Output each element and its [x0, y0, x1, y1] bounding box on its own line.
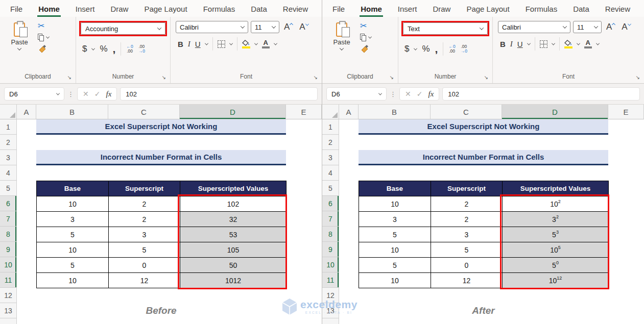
- column-header-d[interactable]: D: [180, 105, 286, 119]
- row-header-1[interactable]: 1: [0, 119, 17, 135]
- fill-color-icon[interactable]: [564, 40, 573, 48]
- font-size-dropdown[interactable]: 11: [251, 21, 279, 33]
- cell-d8[interactable]: 53: [180, 227, 287, 242]
- cell-b7[interactable]: 3: [37, 212, 109, 227]
- font-name-dropdown[interactable]: Calibri: [498, 21, 570, 33]
- bold-button[interactable]: B: [178, 40, 183, 48]
- cut-icon[interactable]: ✂: [38, 22, 44, 30]
- header-superscript[interactable]: Superscript: [109, 181, 180, 196]
- name-box[interactable]: D6: [326, 87, 387, 101]
- cell-c8[interactable]: 3: [431, 227, 503, 242]
- cell-b9[interactable]: 10: [37, 242, 109, 258]
- cell-d7[interactable]: 32: [180, 212, 287, 227]
- tab-file[interactable]: File: [331, 2, 346, 17]
- cell-c6[interactable]: 2: [109, 196, 180, 212]
- copy-button[interactable]: [360, 34, 371, 41]
- cell-d9[interactable]: 105: [180, 242, 287, 258]
- increase-decimal-icon[interactable]: ←0 .00: [126, 44, 133, 54]
- insert-function-icon[interactable]: fx: [106, 90, 111, 98]
- copy-chevron-icon[interactable]: [46, 35, 50, 39]
- percent-style-icon[interactable]: %: [100, 44, 107, 54]
- row-header-3[interactable]: 3: [322, 150, 339, 165]
- font-dialog-launcher-icon[interactable]: ↘: [636, 74, 640, 80]
- font-color-chevron-icon[interactable]: [596, 41, 600, 45]
- row-header-13[interactable]: 13: [0, 303, 17, 318]
- comma-style-icon[interactable]: ,: [435, 45, 438, 53]
- underline-chevron-icon[interactable]: [527, 41, 531, 45]
- format-painter-icon[interactable]: [360, 45, 369, 53]
- header-superscript[interactable]: Superscript: [431, 181, 503, 196]
- tab-file[interactable]: File: [9, 2, 23, 17]
- row-header-9[interactable]: 9: [0, 242, 17, 257]
- row-header-2[interactable]: 2: [322, 135, 339, 150]
- borders-chevron-icon[interactable]: [229, 41, 233, 45]
- column-header-a[interactable]: A: [17, 105, 36, 119]
- cell-b10[interactable]: 5: [37, 258, 109, 273]
- row-header-10[interactable]: 10: [322, 257, 339, 272]
- row-header-7[interactable]: 7: [0, 211, 17, 227]
- header-base[interactable]: Base: [37, 181, 109, 196]
- column-header-d[interactable]: D: [502, 105, 608, 119]
- row-header-11[interactable]: 11: [0, 272, 17, 288]
- row-header-6[interactable]: 6: [322, 196, 339, 211]
- cell-d8[interactable]: 53: [503, 227, 609, 242]
- percent-style-icon[interactable]: %: [422, 44, 430, 54]
- cell-b8[interactable]: 5: [37, 227, 109, 242]
- row-header-3[interactable]: 3: [0, 150, 17, 165]
- underline-chevron-icon[interactable]: [205, 41, 208, 45]
- tab-data[interactable]: Data: [250, 2, 268, 17]
- column-header-a[interactable]: A: [339, 105, 359, 119]
- underline-button[interactable]: U: [195, 40, 201, 48]
- font-name-dropdown[interactable]: Calibri: [176, 21, 248, 33]
- select-all-corner[interactable]: [322, 105, 339, 119]
- number-format-dropdown[interactable]: Accounting: [81, 22, 165, 35]
- cancel-icon[interactable]: ✕: [405, 90, 411, 98]
- header-superscripted-values[interactable]: Superscripted Values: [503, 181, 609, 196]
- tab-formulas[interactable]: Formulas: [524, 2, 559, 17]
- format-painter-icon[interactable]: [38, 45, 47, 53]
- header-superscripted-values[interactable]: Superscripted Values: [180, 181, 287, 196]
- row-header-10[interactable]: 10: [0, 257, 17, 272]
- accounting-format-icon[interactable]: $: [404, 44, 409, 54]
- fill-color-chevron-icon[interactable]: [577, 41, 580, 45]
- fill-color-icon[interactable]: [242, 40, 250, 48]
- cell-b6[interactable]: 10: [359, 196, 431, 212]
- column-header-e[interactable]: E: [608, 105, 644, 119]
- tab-formulas[interactable]: Formulas: [202, 2, 236, 17]
- accounting-chevron-icon[interactable]: [414, 46, 417, 50]
- comma-style-icon[interactable]: ,: [113, 45, 116, 53]
- borders-icon[interactable]: [218, 40, 225, 48]
- row-header-8[interactable]: 8: [322, 227, 339, 242]
- row-header-11[interactable]: 11: [322, 272, 339, 288]
- font-color-chevron-icon[interactable]: [274, 41, 277, 45]
- tab-data[interactable]: Data: [572, 2, 590, 17]
- tab-draw[interactable]: Draw: [109, 2, 129, 17]
- tab-home[interactable]: Home: [360, 2, 383, 17]
- column-header-c[interactable]: C: [108, 105, 180, 119]
- row-header-14[interactable]: [0, 318, 17, 324]
- tab-page-layout[interactable]: Page Layout: [143, 2, 188, 17]
- accounting-format-icon[interactable]: $: [82, 44, 87, 54]
- number-dialog-launcher-icon[interactable]: ↘: [162, 74, 166, 80]
- paste-button[interactable]: Paste: [328, 21, 355, 53]
- increase-font-size-button[interactable]: A: [604, 22, 617, 32]
- cell-b10[interactable]: 5: [359, 258, 431, 273]
- fill-color-chevron-icon[interactable]: [254, 41, 258, 45]
- cell-c7[interactable]: 2: [109, 212, 180, 227]
- cell-d6[interactable]: 102: [503, 196, 609, 212]
- formula-input[interactable]: 102: [442, 87, 640, 101]
- cell-b11[interactable]: 10: [359, 273, 431, 288]
- row-header-4[interactable]: 4: [322, 165, 339, 181]
- decrease-font-size-button[interactable]: A: [619, 22, 632, 32]
- copy-button[interactable]: [38, 34, 49, 41]
- decrease-decimal-icon[interactable]: .00 →0: [461, 44, 467, 54]
- column-header-b[interactable]: B: [36, 105, 108, 119]
- cell-d10[interactable]: 50: [503, 258, 609, 273]
- font-dialog-launcher-icon[interactable]: ↘: [314, 74, 318, 80]
- row-header-14[interactable]: [322, 318, 339, 324]
- accounting-chevron-icon[interactable]: [91, 46, 95, 50]
- tab-home[interactable]: Home: [37, 2, 61, 17]
- column-header-e[interactable]: E: [286, 105, 322, 119]
- row-header-5[interactable]: 5: [322, 181, 339, 196]
- row-header-5[interactable]: 5: [0, 181, 17, 196]
